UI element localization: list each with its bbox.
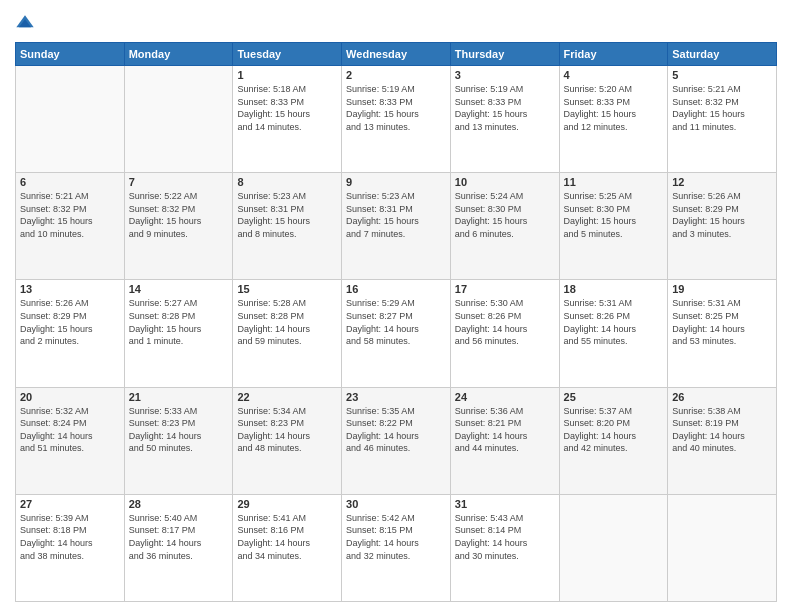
day-info: Sunrise: 5:32 AM Sunset: 8:24 PM Dayligh…: [20, 405, 120, 455]
calendar-week-1: 6Sunrise: 5:21 AM Sunset: 8:32 PM Daylig…: [16, 173, 777, 280]
day-info: Sunrise: 5:19 AM Sunset: 8:33 PM Dayligh…: [346, 83, 446, 133]
day-number: 1: [237, 69, 337, 81]
day-info: Sunrise: 5:31 AM Sunset: 8:25 PM Dayligh…: [672, 297, 772, 347]
day-info: Sunrise: 5:28 AM Sunset: 8:28 PM Dayligh…: [237, 297, 337, 347]
calendar-cell: 4Sunrise: 5:20 AM Sunset: 8:33 PM Daylig…: [559, 66, 668, 173]
day-number: 28: [129, 498, 229, 510]
day-info: Sunrise: 5:29 AM Sunset: 8:27 PM Dayligh…: [346, 297, 446, 347]
day-number: 21: [129, 391, 229, 403]
calendar-cell: 21Sunrise: 5:33 AM Sunset: 8:23 PM Dayli…: [124, 387, 233, 494]
calendar-cell: 28Sunrise: 5:40 AM Sunset: 8:17 PM Dayli…: [124, 494, 233, 601]
calendar-cell: 2Sunrise: 5:19 AM Sunset: 8:33 PM Daylig…: [342, 66, 451, 173]
day-info: Sunrise: 5:37 AM Sunset: 8:20 PM Dayligh…: [564, 405, 664, 455]
weekday-header-tuesday: Tuesday: [233, 43, 342, 66]
day-number: 24: [455, 391, 555, 403]
calendar-cell: 8Sunrise: 5:23 AM Sunset: 8:31 PM Daylig…: [233, 173, 342, 280]
day-info: Sunrise: 5:30 AM Sunset: 8:26 PM Dayligh…: [455, 297, 555, 347]
day-number: 29: [237, 498, 337, 510]
day-info: Sunrise: 5:36 AM Sunset: 8:21 PM Dayligh…: [455, 405, 555, 455]
day-number: 6: [20, 176, 120, 188]
calendar-cell: 16Sunrise: 5:29 AM Sunset: 8:27 PM Dayli…: [342, 280, 451, 387]
calendar-week-4: 27Sunrise: 5:39 AM Sunset: 8:18 PM Dayli…: [16, 494, 777, 601]
weekday-header-thursday: Thursday: [450, 43, 559, 66]
weekday-header-saturday: Saturday: [668, 43, 777, 66]
day-info: Sunrise: 5:21 AM Sunset: 8:32 PM Dayligh…: [20, 190, 120, 240]
day-number: 27: [20, 498, 120, 510]
day-number: 3: [455, 69, 555, 81]
day-number: 17: [455, 283, 555, 295]
day-info: Sunrise: 5:26 AM Sunset: 8:29 PM Dayligh…: [672, 190, 772, 240]
logo-icon: [15, 14, 35, 34]
day-number: 14: [129, 283, 229, 295]
day-number: 2: [346, 69, 446, 81]
calendar-cell: [668, 494, 777, 601]
weekday-header-row: SundayMondayTuesdayWednesdayThursdayFrid…: [16, 43, 777, 66]
day-number: 16: [346, 283, 446, 295]
day-number: 7: [129, 176, 229, 188]
day-number: 20: [20, 391, 120, 403]
day-number: 30: [346, 498, 446, 510]
day-number: 19: [672, 283, 772, 295]
calendar-week-2: 13Sunrise: 5:26 AM Sunset: 8:29 PM Dayli…: [16, 280, 777, 387]
calendar-cell: 18Sunrise: 5:31 AM Sunset: 8:26 PM Dayli…: [559, 280, 668, 387]
calendar-cell: 27Sunrise: 5:39 AM Sunset: 8:18 PM Dayli…: [16, 494, 125, 601]
day-info: Sunrise: 5:23 AM Sunset: 8:31 PM Dayligh…: [237, 190, 337, 240]
day-info: Sunrise: 5:22 AM Sunset: 8:32 PM Dayligh…: [129, 190, 229, 240]
calendar-cell: 25Sunrise: 5:37 AM Sunset: 8:20 PM Dayli…: [559, 387, 668, 494]
day-number: 11: [564, 176, 664, 188]
day-info: Sunrise: 5:20 AM Sunset: 8:33 PM Dayligh…: [564, 83, 664, 133]
calendar-cell: 7Sunrise: 5:22 AM Sunset: 8:32 PM Daylig…: [124, 173, 233, 280]
calendar-week-0: 1Sunrise: 5:18 AM Sunset: 8:33 PM Daylig…: [16, 66, 777, 173]
day-info: Sunrise: 5:43 AM Sunset: 8:14 PM Dayligh…: [455, 512, 555, 562]
calendar-cell: 3Sunrise: 5:19 AM Sunset: 8:33 PM Daylig…: [450, 66, 559, 173]
logo: [15, 14, 37, 34]
day-info: Sunrise: 5:25 AM Sunset: 8:30 PM Dayligh…: [564, 190, 664, 240]
day-number: 26: [672, 391, 772, 403]
calendar-cell: 15Sunrise: 5:28 AM Sunset: 8:28 PM Dayli…: [233, 280, 342, 387]
weekday-header-sunday: Sunday: [16, 43, 125, 66]
day-info: Sunrise: 5:42 AM Sunset: 8:15 PM Dayligh…: [346, 512, 446, 562]
day-number: 12: [672, 176, 772, 188]
day-info: Sunrise: 5:21 AM Sunset: 8:32 PM Dayligh…: [672, 83, 772, 133]
day-number: 31: [455, 498, 555, 510]
weekday-header-monday: Monday: [124, 43, 233, 66]
calendar-cell: [559, 494, 668, 601]
day-info: Sunrise: 5:39 AM Sunset: 8:18 PM Dayligh…: [20, 512, 120, 562]
day-info: Sunrise: 5:24 AM Sunset: 8:30 PM Dayligh…: [455, 190, 555, 240]
day-info: Sunrise: 5:33 AM Sunset: 8:23 PM Dayligh…: [129, 405, 229, 455]
calendar-cell: 23Sunrise: 5:35 AM Sunset: 8:22 PM Dayli…: [342, 387, 451, 494]
calendar-cell: 17Sunrise: 5:30 AM Sunset: 8:26 PM Dayli…: [450, 280, 559, 387]
calendar-cell: 6Sunrise: 5:21 AM Sunset: 8:32 PM Daylig…: [16, 173, 125, 280]
calendar-cell: 26Sunrise: 5:38 AM Sunset: 8:19 PM Dayli…: [668, 387, 777, 494]
calendar-cell: 31Sunrise: 5:43 AM Sunset: 8:14 PM Dayli…: [450, 494, 559, 601]
day-number: 13: [20, 283, 120, 295]
weekday-header-friday: Friday: [559, 43, 668, 66]
day-info: Sunrise: 5:41 AM Sunset: 8:16 PM Dayligh…: [237, 512, 337, 562]
day-number: 18: [564, 283, 664, 295]
header: [15, 10, 777, 34]
calendar-cell: [16, 66, 125, 173]
day-number: 15: [237, 283, 337, 295]
calendar-cell: 14Sunrise: 5:27 AM Sunset: 8:28 PM Dayli…: [124, 280, 233, 387]
calendar-cell: 9Sunrise: 5:23 AM Sunset: 8:31 PM Daylig…: [342, 173, 451, 280]
day-info: Sunrise: 5:40 AM Sunset: 8:17 PM Dayligh…: [129, 512, 229, 562]
calendar-cell: 12Sunrise: 5:26 AM Sunset: 8:29 PM Dayli…: [668, 173, 777, 280]
day-number: 5: [672, 69, 772, 81]
calendar-table: SundayMondayTuesdayWednesdayThursdayFrid…: [15, 42, 777, 602]
calendar-week-3: 20Sunrise: 5:32 AM Sunset: 8:24 PM Dayli…: [16, 387, 777, 494]
calendar-cell: 22Sunrise: 5:34 AM Sunset: 8:23 PM Dayli…: [233, 387, 342, 494]
calendar-cell: 10Sunrise: 5:24 AM Sunset: 8:30 PM Dayli…: [450, 173, 559, 280]
calendar-cell: 5Sunrise: 5:21 AM Sunset: 8:32 PM Daylig…: [668, 66, 777, 173]
day-number: 25: [564, 391, 664, 403]
calendar-cell: [124, 66, 233, 173]
day-info: Sunrise: 5:34 AM Sunset: 8:23 PM Dayligh…: [237, 405, 337, 455]
calendar-cell: 19Sunrise: 5:31 AM Sunset: 8:25 PM Dayli…: [668, 280, 777, 387]
calendar-cell: 13Sunrise: 5:26 AM Sunset: 8:29 PM Dayli…: [16, 280, 125, 387]
calendar-cell: 20Sunrise: 5:32 AM Sunset: 8:24 PM Dayli…: [16, 387, 125, 494]
day-info: Sunrise: 5:19 AM Sunset: 8:33 PM Dayligh…: [455, 83, 555, 133]
day-info: Sunrise: 5:26 AM Sunset: 8:29 PM Dayligh…: [20, 297, 120, 347]
day-info: Sunrise: 5:18 AM Sunset: 8:33 PM Dayligh…: [237, 83, 337, 133]
day-number: 8: [237, 176, 337, 188]
calendar-cell: 1Sunrise: 5:18 AM Sunset: 8:33 PM Daylig…: [233, 66, 342, 173]
weekday-header-wednesday: Wednesday: [342, 43, 451, 66]
